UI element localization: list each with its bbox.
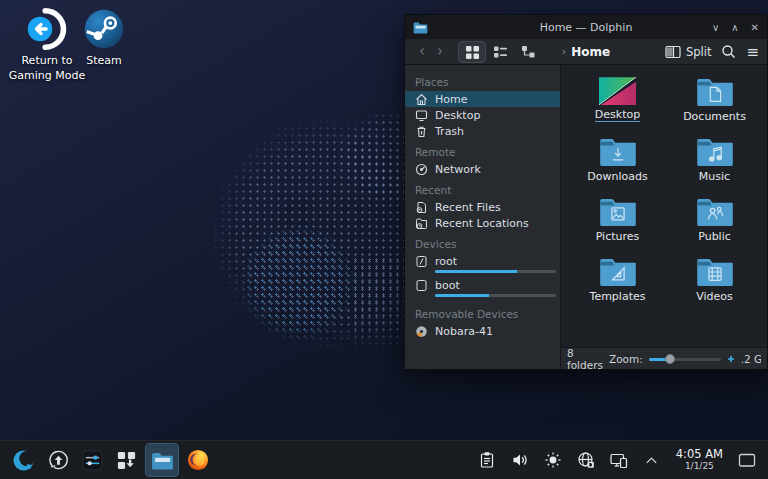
section-title-devices: Devices <box>405 231 560 253</box>
update-icon <box>48 450 69 471</box>
window-titlebar[interactable]: Home — Dolphin ∨ ∧ ✕ <box>405 15 767 39</box>
free-space-info[interactable]: .2 GiB fr ∨ <box>741 353 761 365</box>
places-panel: Places Home Desktop Trash Remote <box>405 65 561 369</box>
desktop-wallpaper-folder-icon <box>599 77 636 105</box>
nobara-launcher-icon <box>13 449 36 472</box>
sidebar-item-home[interactable]: Home <box>405 91 560 107</box>
root-drive-icon <box>415 255 428 268</box>
digital-clock[interactable]: 4:05 AM 1/1/25 <box>672 448 727 472</box>
taskbar-firefox-task[interactable] <box>182 444 214 476</box>
tweaks-button[interactable] <box>76 444 108 476</box>
templates-folder-icon <box>599 257 637 287</box>
icons-view-button[interactable] <box>459 42 485 62</box>
music-folder-icon <box>696 137 734 167</box>
recent-locations-icon <box>415 217 428 230</box>
sidebar-item-recent-locations[interactable]: Recent Locations <box>405 215 560 231</box>
breadcrumb-chevron-icon: › <box>562 45 566 58</box>
firefox-icon <box>187 449 209 471</box>
folders-count: 8 folders <box>567 347 603 371</box>
breadcrumb[interactable]: › Home <box>562 45 610 59</box>
section-title-remote: Remote <box>405 139 560 161</box>
section-title-recent: Recent <box>405 177 560 199</box>
taskbar: 4:05 AM 1/1/25 <box>0 440 768 479</box>
videos-folder-icon <box>696 257 734 287</box>
clock-time: 4:05 AM <box>676 448 723 461</box>
zoom-in-icon[interactable] <box>727 355 735 363</box>
pictures-folder-icon <box>599 197 637 227</box>
sidebar-item-desktop[interactable]: Desktop <box>405 107 560 123</box>
split-label: Split <box>686 45 712 59</box>
section-title-places: Places <box>405 69 560 91</box>
desktop-icon <box>415 109 428 122</box>
taskbar-dolphin-task[interactable] <box>146 444 178 476</box>
maximize-button[interactable]: ∧ <box>731 22 738 33</box>
trash-icon <box>415 125 428 138</box>
volume-tray-icon[interactable] <box>507 444 533 476</box>
sidebar-item-nobara-41[interactable]: Nobara-41 <box>405 323 560 339</box>
show-desktop-button[interactable] <box>734 444 760 476</box>
dolphin-statusbar: 8 folders Zoom: .2 GiB fr ∨ <box>561 347 767 369</box>
removable-disc-icon <box>415 325 428 338</box>
steam-icon <box>83 8 125 50</box>
wallpaper-dots-pattern <box>238 228 358 338</box>
desktop-icon-label: Steam <box>61 54 147 69</box>
details-view-button[interactable] <box>487 42 513 62</box>
sidebar-item-trash[interactable]: Trash <box>405 123 560 139</box>
section-title-removable-devices: Removable Devices <box>405 301 560 323</box>
search-icon[interactable] <box>721 44 736 59</box>
dolphin-toolbar: ‹ › <box>405 39 767 65</box>
show-desktop-icon <box>738 453 756 468</box>
kdeconnect-tray-icon[interactable] <box>606 444 632 476</box>
chevron-up-icon <box>644 453 659 468</box>
zoom-slider-handle[interactable] <box>665 354 675 364</box>
sidebar-item-recent-files[interactable]: Recent Files <box>405 199 560 215</box>
zoom-slider[interactable] <box>649 354 721 364</box>
sidebar-item-boot[interactable]: boot <box>405 277 560 301</box>
forward-button[interactable]: › <box>431 44 449 59</box>
sidebar-item-network[interactable]: Network <box>405 161 560 177</box>
downloads-folder-icon <box>599 137 637 167</box>
folder-item-public[interactable]: Public <box>666 197 763 257</box>
documents-folder-icon <box>696 77 734 107</box>
hamburger-menu-icon[interactable]: ≡ <box>746 43 759 61</box>
split-icon <box>665 45 681 59</box>
folder-item-documents[interactable]: Documents <box>666 77 763 137</box>
split-button[interactable]: Split <box>665 45 712 59</box>
tree-view-button[interactable] <box>515 42 541 62</box>
free-space-text: .2 GiB fr <box>741 353 761 365</box>
system-update-button[interactable] <box>42 444 74 476</box>
software-install-button[interactable] <box>110 444 142 476</box>
boot-usage-bar <box>435 294 556 297</box>
wallpaper-dots-pattern <box>352 256 410 352</box>
folder-item-pictures[interactable]: Pictures <box>569 197 666 257</box>
folder-item-desktop[interactable]: Desktop <box>569 77 666 137</box>
folder-item-templates[interactable]: Templates <box>569 257 666 317</box>
network-globe-tray-icon[interactable] <box>573 444 599 476</box>
home-icon <box>415 93 428 106</box>
back-button[interactable]: ‹ <box>413 44 431 59</box>
sidebar-item-root[interactable]: root <box>405 253 560 277</box>
dolphin-window: Home — Dolphin ∨ ∧ ✕ ‹ › <box>404 14 768 370</box>
brightness-tray-icon[interactable] <box>540 444 566 476</box>
zoom-label: Zoom: <box>609 353 643 365</box>
app-grid-install-icon <box>116 450 137 471</box>
network-icon <box>415 163 428 176</box>
breadcrumb-location[interactable]: Home <box>571 45 610 59</box>
desktop-icon-steam[interactable]: Steam <box>61 8 147 69</box>
folder-view: Desktop Documents <box>561 65 767 369</box>
dolphin-icon <box>151 451 174 470</box>
boot-drive-icon <box>415 279 428 292</box>
public-folder-icon <box>696 197 734 227</box>
close-button[interactable]: ✕ <box>751 22 759 33</box>
clipboard-tray-icon[interactable] <box>474 444 500 476</box>
clock-date: 1/1/25 <box>676 461 723 471</box>
minimize-button[interactable]: ∨ <box>712 22 719 33</box>
folder-item-music[interactable]: Music <box>666 137 763 197</box>
tray-expander-button[interactable] <box>639 444 665 476</box>
app-launcher-button[interactable] <box>8 444 40 476</box>
sliders-icon <box>82 450 103 471</box>
recent-files-icon <box>415 201 428 214</box>
folder-item-videos[interactable]: Videos <box>666 257 763 317</box>
root-usage-bar <box>435 270 556 273</box>
folder-item-downloads[interactable]: Downloads <box>569 137 666 197</box>
